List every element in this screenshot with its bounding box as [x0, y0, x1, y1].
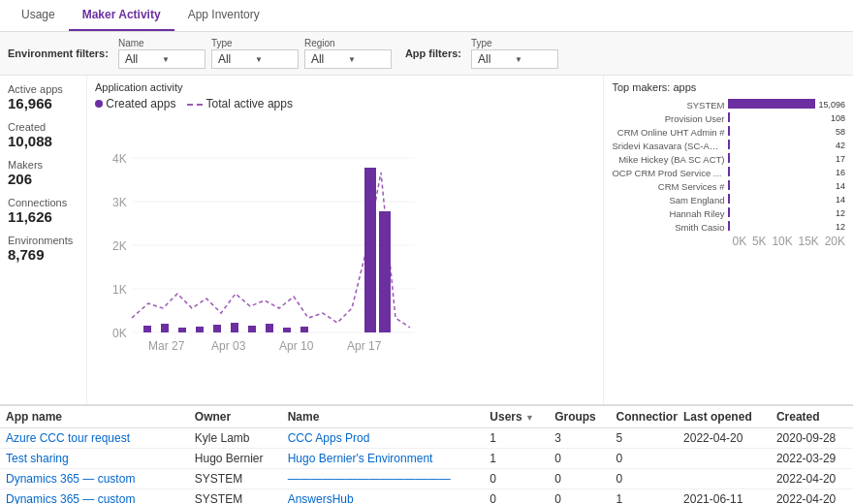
filter-app-type-select[interactable]: All ▼ — [471, 49, 558, 69]
col-name: Name — [282, 406, 485, 428]
cell-app-name[interactable]: Dynamics 365 — custom — [0, 469, 189, 489]
col-owner: Owner — [189, 406, 282, 428]
maker-bar-wrap — [728, 112, 828, 124]
table-row: Azure CCC tour request Kyle Lamb CCC App… — [0, 428, 853, 449]
maker-bar — [728, 140, 730, 149]
cell-groups: 3 — [549, 428, 610, 449]
maker-value: 58 — [836, 127, 845, 137]
cell-created: 2022-03-29 — [771, 449, 853, 469]
chart-legend: Created apps Total active apps — [95, 97, 595, 110]
table-row: Test sharing Hugo Bernier Hugo Bernier's… — [0, 449, 853, 469]
maker-bar — [728, 194, 730, 204]
cell-name[interactable]: CCC Apps Prod — [282, 428, 485, 449]
filter-name-select[interactable]: All ▼ — [118, 49, 205, 69]
top-maker-row: OCP CRM Prod Service A... 16 — [612, 167, 845, 178]
cell-owner: SYSTEM — [189, 469, 282, 489]
cell-name[interactable]: Hugo Bernier's Environment — [282, 449, 485, 469]
filter-name-label: Name — [118, 38, 205, 48]
env-filters-label: Environment filters: — [8, 47, 109, 59]
maker-name: CRM Online UHT Admin # — [612, 127, 728, 138]
table-row: Dynamics 365 — custom SYSTEM AnswersHub … — [0, 489, 853, 505]
svg-text:4K: 4K — [112, 152, 127, 166]
top-maker-row: Mike Hickey (BA SC ACT) 17 — [612, 153, 845, 165]
top-maker-row: Sridevi Kasavara (SC-ACT) 42 — [612, 140, 845, 151]
top-maker-row: CRM Services # 14 — [612, 180, 845, 192]
maker-bar — [728, 207, 730, 217]
svg-rect-20 — [248, 326, 256, 332]
svg-text:Apr 17: Apr 17 — [347, 339, 382, 353]
maker-bar — [728, 99, 815, 109]
tab-usage[interactable]: Usage — [8, 0, 69, 31]
col-users[interactable]: Users ▼ — [484, 406, 549, 428]
filter-region-label: Region — [304, 38, 392, 48]
maker-name: CRM Services # — [612, 181, 728, 192]
col-created: Created — [771, 406, 853, 428]
chevron-down-icon: ▼ — [348, 55, 385, 64]
filter-app-type-group: Type All ▼ — [471, 38, 558, 69]
maker-value: 16 — [836, 168, 845, 177]
top-maker-row: Provision User 108 — [612, 112, 845, 124]
tab-maker-activity[interactable]: Maker Activity — [69, 0, 174, 31]
maker-value: 108 — [831, 113, 845, 123]
app-activity-chart: Application activity Created apps Total … — [87, 76, 604, 404]
cell-owner: SYSTEM — [189, 489, 282, 505]
top-maker-row: CRM Online UHT Admin # 58 — [612, 126, 845, 138]
cell-users: 1 — [484, 428, 549, 449]
cell-last-opened: 2021-06-11 — [678, 489, 771, 505]
stat-created: Created 10,088 — [8, 121, 79, 149]
filter-name-group: Name All ▼ — [118, 38, 205, 69]
stat-makers: Makers 206 — [8, 159, 79, 187]
svg-rect-18 — [213, 325, 221, 332]
svg-rect-14 — [143, 326, 151, 332]
cell-name[interactable]: AnswersHub — [282, 489, 485, 505]
table-row: Dynamics 365 — custom SYSTEM ———————————… — [0, 469, 853, 489]
col-groups: Groups — [549, 406, 610, 428]
filter-type-group: Type All ▼ — [211, 38, 299, 69]
cell-users: 0 — [484, 489, 549, 505]
maker-bar — [728, 180, 730, 190]
cell-name[interactable]: —————————————— — [282, 469, 485, 489]
top-makers-axis: 0K5K10K15K20K — [612, 235, 845, 248]
svg-text:1K: 1K — [112, 283, 127, 297]
svg-rect-25 — [379, 211, 391, 332]
maker-bar-wrap — [728, 99, 815, 110]
maker-name: SYSTEM — [612, 100, 728, 110]
svg-rect-17 — [196, 327, 204, 332]
maker-value: 12 — [836, 222, 845, 232]
cell-app-name[interactable]: Azure CCC tour request — [0, 428, 189, 449]
cell-connections: 5 — [610, 428, 678, 449]
tab-app-inventory[interactable]: App Inventory — [174, 0, 273, 31]
maker-name: Mike Hickey (BA SC ACT) — [612, 154, 728, 165]
svg-rect-16 — [178, 328, 186, 332]
cell-users: 1 — [484, 449, 549, 469]
svg-text:2K: 2K — [112, 239, 127, 253]
top-maker-row: Hannah Riley 12 — [612, 207, 845, 219]
filter-bar: Environment filters: Name All ▼ Type All… — [0, 32, 853, 76]
cell-groups: 0 — [549, 489, 610, 505]
cell-app-name[interactable]: Test sharing — [0, 449, 189, 469]
filter-app-type-label: Type — [471, 38, 558, 48]
filter-region-group: Region All ▼ — [304, 38, 392, 69]
maker-value: 14 — [836, 181, 845, 191]
cell-created: 2022-04-20 — [771, 469, 853, 489]
filter-type-select[interactable]: All ▼ — [211, 49, 299, 69]
top-maker-row: Smith Casio 12 — [612, 221, 845, 233]
maker-name: OCP CRM Prod Service A... — [612, 168, 728, 178]
svg-rect-22 — [283, 328, 291, 332]
maker-name: Provision User — [612, 113, 728, 124]
maker-bar — [728, 153, 730, 163]
maker-bar-wrap — [728, 153, 833, 165]
maker-bar-wrap — [728, 194, 833, 205]
maker-bar-wrap — [728, 140, 833, 151]
cell-owner: Hugo Bernier — [189, 449, 282, 469]
cell-app-name[interactable]: Dynamics 365 — custom — [0, 489, 189, 505]
svg-text:Apr 10: Apr 10 — [279, 339, 314, 353]
filter-region-select[interactable]: All ▼ — [304, 49, 392, 69]
maker-bar — [728, 126, 730, 136]
maker-bar-wrap — [728, 221, 833, 233]
maker-bar — [728, 112, 730, 122]
maker-name: Sridevi Kasavara (SC-ACT) — [612, 141, 728, 151]
cell-owner: Kyle Lamb — [189, 428, 282, 449]
tab-bar: Usage Maker Activity App Inventory — [0, 0, 853, 32]
maker-value: 14 — [836, 195, 845, 205]
